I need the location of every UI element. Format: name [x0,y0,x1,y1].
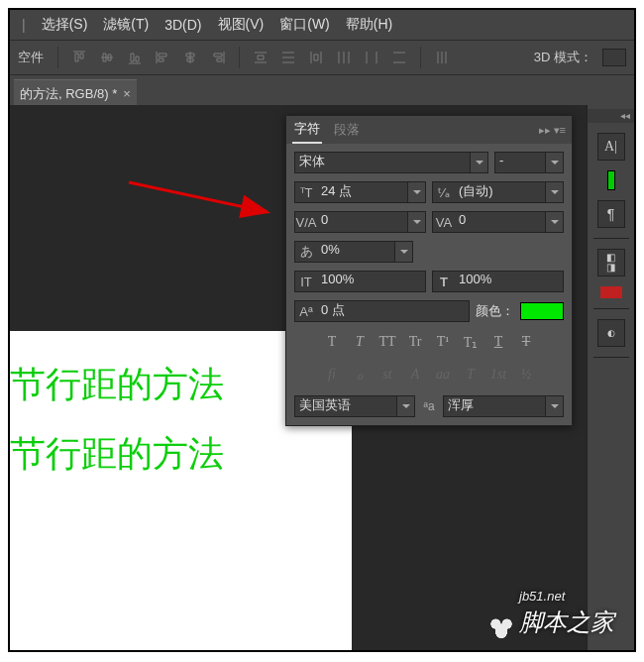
va2-icon: VA [433,215,455,230]
ordinals-button[interactable]: T [460,367,482,384]
text-line-2: 节行距的方法 [10,436,352,472]
tab-title: 的方法, RGB/8) * [20,85,117,103]
align-vcenter-icon[interactable] [96,47,118,68]
align-bottom-icon[interactable] [124,47,146,68]
va-icon: V/A [295,215,317,230]
aa-label: ªa [423,399,434,413]
strike-button[interactable]: Ŧ [515,334,537,351]
menu-help[interactable]: 帮助(H) [342,14,396,36]
glyphs-panel-icon[interactable]: ◧◨ [597,249,625,276]
font-family-select[interactable]: 宋体 [294,152,488,173]
distribute-left-icon[interactable] [333,47,355,68]
3d-mode-label: 3D 模式： [534,49,592,66]
watermark-site: jb51.net [519,589,565,604]
color-strip-icon[interactable] [607,170,615,190]
bold-button[interactable]: T [321,334,343,351]
panel-tabs: 字符 段落 ▸▸ ▾≡ [286,116,572,144]
document-tab[interactable]: 的方法, RGB/8) * × [14,79,137,105]
arrow-annotation [119,174,277,224]
kerning-field[interactable]: VA0 [432,211,564,233]
panel-menu-icon[interactable]: ▸▸ ▾≡ [539,124,566,137]
menu-bar: | 选择(S) 滤镜(T) 3D(D) 视图(V) 窗口(W) 帮助(H) [10,10,634,40]
font-size-field[interactable]: ᵀT24 点 [294,181,426,203]
underline-button[interactable]: T [487,334,509,351]
canvas-area: 节行距的方法 节行距的方法 字符 段落 ▸▸ ▾≡ 宋体 - ᵀT24 点 [10,105,587,650]
pct-icon: あ [295,243,317,261]
distribute-bottom-icon[interactable] [305,47,327,68]
panel-icon[interactable]: ◐ [597,319,625,347]
right-dock: ◂◂ A| ¶ ◧◨ ◐ [587,105,634,650]
paragraph-panel-icon[interactable]: ¶ [597,200,625,228]
app-frame: | 选择(S) 滤镜(T) 3D(D) 视图(V) 窗口(W) 帮助(H) 空件… [8,8,636,652]
menu-3d[interactable]: 3D(D) [161,15,205,35]
language-select[interactable]: 美国英语 [294,395,415,417]
dock-separator [593,357,629,358]
allcaps-button[interactable]: TT [376,334,398,351]
type-style-buttons: T T TT Tr T¹ T₁ T Ŧ [294,330,564,355]
tab-character[interactable]: 字符 [292,116,322,144]
toolbar-label: 空件 [18,49,44,66]
font-style-select[interactable]: - [494,152,564,173]
align-left-icon[interactable] [152,47,173,68]
tsume-field[interactable]: あ0% [294,241,413,263]
type-size-icon: ᵀT [295,185,317,200]
tracking-field[interactable]: V/A0 [294,211,426,233]
divider-icon: | [18,15,30,35]
leading-field[interactable]: ᵗ⁄ₐ(自动) [432,181,564,203]
space-icon[interactable] [431,47,453,68]
menu-window[interactable]: 窗口(W) [275,14,334,36]
dock-separator [593,238,629,239]
dock-separator [593,308,629,309]
antialias-select[interactable]: 浑厚 [443,395,564,417]
menu-view[interactable]: 视图(V) [214,14,268,36]
menu-select[interactable]: 选择(S) [38,14,92,36]
vscale-field[interactable]: IT100% [294,271,426,292]
distribute-vcenter-icon[interactable] [277,47,299,68]
titling-button[interactable]: A [404,367,426,384]
leading-icon: ᵗ⁄ₐ [433,185,455,200]
separator [57,47,58,68]
hscale-field[interactable]: T100% [432,271,564,292]
align-hcenter-icon[interactable] [179,47,201,68]
collapse-icon[interactable]: ◂◂ [588,109,634,123]
close-icon[interactable]: × [123,86,131,101]
distribute-top-icon[interactable] [250,47,271,68]
distribute-right-icon[interactable] [388,47,410,68]
stylistic-button[interactable]: st [376,367,398,384]
color-swatch[interactable] [520,302,564,320]
baseline-field[interactable]: Aª0 点 [294,300,470,322]
swatch-red-icon[interactable] [600,286,622,298]
workspace: 节行距的方法 节行距的方法 字符 段落 ▸▸ ▾≡ 宋体 - ᵀT24 点 [10,105,634,650]
separator [239,47,240,68]
subscript-button[interactable]: T₁ [460,334,482,351]
fractions-button[interactable]: ½ [515,367,537,384]
menu-filter[interactable]: 滤镜(T) [99,14,153,36]
vscale-icon: IT [295,275,317,289]
swash-button[interactable]: ℴ [349,367,371,384]
align-right-icon[interactable] [207,47,229,68]
baseline-icon: Aª [295,304,317,319]
hscale-icon: T [433,275,455,289]
align-top-icon[interactable] [68,47,90,68]
3d-mode-dropdown[interactable] [602,49,626,66]
document-tabs: 的方法, RGB/8) * × [10,75,634,105]
watermark: jb51.net 脚本之家 [487,579,614,638]
ligature-button[interactable]: fi [321,367,343,384]
watermark-name: 脚本之家 [519,608,614,635]
smallcaps-button[interactable]: Tr [404,334,426,351]
svg-line-1 [129,182,268,212]
italic-button[interactable]: T [349,334,371,351]
ordinal2-button[interactable]: 1st [487,367,509,384]
options-bar: 空件 3D 模式： [10,40,634,75]
contextual-button[interactable]: aa [432,367,454,384]
superscript-button[interactable]: T¹ [432,334,454,351]
footprint-icon [487,614,515,638]
color-label: 颜色： [476,302,514,320]
character-panel-icon[interactable]: A| [597,133,625,161]
opentype-buttons: fi ℴ st A aa T 1st ½ [294,363,564,387]
distribute-hcenter-icon[interactable] [361,47,382,68]
character-panel: 字符 段落 ▸▸ ▾≡ 宋体 - ᵀT24 点 ᵗ⁄ₐ(自动) V/A0 [285,115,573,426]
tab-paragraph[interactable]: 段落 [332,117,362,143]
separator [420,47,421,68]
